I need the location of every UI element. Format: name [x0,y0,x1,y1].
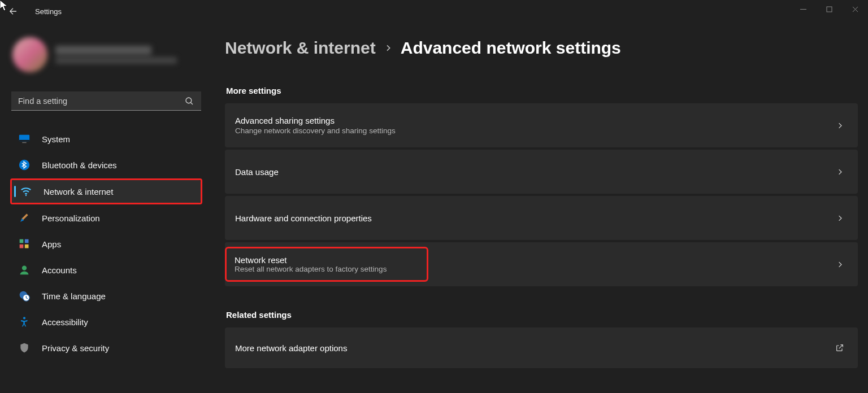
breadcrumb-current: Advanced network settings [401,38,621,58]
sidebar-item-label: Personalization [42,213,100,223]
svg-rect-9 [20,244,24,248]
sidebar-item-privacy[interactable]: Privacy & security [10,337,202,359]
svg-rect-0 [827,7,832,12]
sidebar-item-time-language[interactable]: Time & language [10,285,202,307]
person-icon [18,264,31,276]
card-advanced-sharing[interactable]: Advanced sharing settings Change network… [225,103,858,147]
minimize-button[interactable] [790,0,816,18]
sidebar-highlight-network: Network & internet [10,178,202,204]
breadcrumb: Network & internet Advanced network sett… [225,38,858,58]
card-title: More network adapter options [235,343,347,353]
search-input[interactable] [11,91,201,111]
arrow-left-icon [8,6,18,16]
card-subtitle: Reset all network adapters to factory se… [235,265,419,273]
avatar [12,37,47,72]
sidebar-item-label: System [42,134,70,144]
chevron-right-icon [836,168,844,176]
monitor-icon [18,133,31,145]
svg-point-11 [22,266,27,270]
card-subtitle: Change network discovery and sharing set… [235,126,396,135]
bluetooth-icon [18,159,31,171]
svg-rect-4 [22,142,26,143]
sidebar-item-network[interactable]: Network & internet [12,180,201,203]
main-content: Network & internet Advanced network sett… [209,23,868,393]
wifi-icon [20,185,32,198]
sidebar-item-label: Accessibility [42,317,88,327]
back-button[interactable] [3,2,23,21]
window-title: Settings [35,7,62,16]
card-network-reset[interactable]: Network reset Reset all network adapters… [225,242,858,286]
maximize-icon [826,6,832,12]
sidebar-item-label: Bluetooth & devices [42,160,117,170]
card-hardware-properties[interactable]: Hardware and connection properties [225,196,858,240]
sidebar-item-label: Accounts [42,265,77,275]
chevron-right-icon [836,214,844,222]
section-more-settings: More settings [226,86,858,95]
sidebar-item-label: Privacy & security [42,343,109,353]
user-profile[interactable] [10,34,202,82]
minimize-icon [800,6,806,12]
chevron-right-icon [836,121,844,130]
close-button[interactable] [842,0,868,18]
card-title: Hardware and connection properties [235,213,372,223]
card-data-usage[interactable]: Data usage [225,150,858,194]
sidebar-item-accessibility[interactable]: Accessibility [10,311,202,333]
profile-text [55,46,177,64]
breadcrumb-parent[interactable]: Network & internet [225,38,376,58]
sidebar: System Bluetooth & devices Network & int… [0,23,209,393]
close-icon [852,6,858,12]
chevron-right-icon [836,260,844,269]
sidebar-item-apps[interactable]: Apps [10,233,202,255]
card-title: Data usage [235,167,279,177]
accessibility-icon [18,316,31,328]
sidebar-item-accounts[interactable]: Accounts [10,259,202,281]
svg-rect-10 [25,244,29,248]
svg-rect-3 [19,140,29,142]
sidebar-nav: System Bluetooth & devices Network & int… [10,126,202,360]
open-external-icon [835,343,844,352]
shield-icon [18,342,31,354]
clock-globe-icon [18,290,31,302]
svg-point-14 [23,317,25,319]
sidebar-item-bluetooth[interactable]: Bluetooth & devices [10,154,202,176]
chevron-right-icon [384,43,393,53]
paintbrush-icon [18,212,31,224]
maximize-button[interactable] [816,0,842,18]
svg-rect-8 [25,239,29,243]
card-title: Advanced sharing settings [235,116,396,125]
sidebar-item-system[interactable]: System [10,128,202,150]
sidebar-item-label: Network & internet [44,187,113,197]
sidebar-item-label: Apps [42,239,61,249]
section-related-settings: Related settings [226,310,858,320]
svg-point-6 [25,195,27,196]
sidebar-item-personalization[interactable]: Personalization [10,207,202,229]
svg-rect-7 [20,239,24,243]
card-adapter-options[interactable]: More network adapter options [225,328,858,368]
highlight-network-reset: Network reset Reset all network adapters… [225,247,428,282]
sidebar-item-label: Time & language [42,291,106,301]
apps-icon [18,238,31,250]
card-title: Network reset [235,255,419,265]
